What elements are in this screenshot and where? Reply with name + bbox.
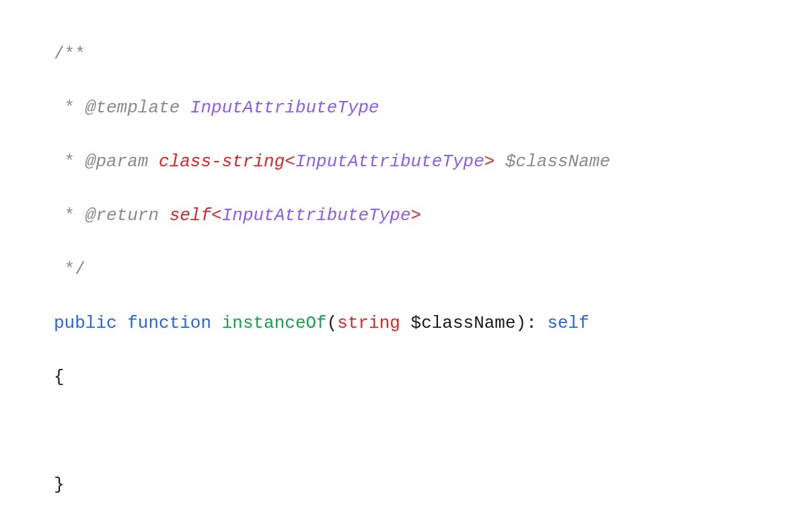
doc-tag-template: @template [85,98,180,118]
paren-close: ) [516,313,527,333]
space [211,313,222,333]
code-line-2: * @template InputAttributeType [54,81,812,135]
param-type: class-string [159,151,285,172]
doc-tag-return: @return [85,205,159,225]
angle-open: < [285,151,295,172]
keyword-public: public [54,313,117,333]
colon: : [526,313,547,333]
angle-open: < [211,205,222,225]
doc-prefix: * [54,98,85,118]
angle-close: > [411,205,422,225]
doc-close: */ [54,259,85,279]
doc-tag-param: @param [85,151,149,172]
code-block: /** * @template InputAttributeType * @pa… [54,27,812,512]
doc-open: /** [54,44,85,64]
param-type-hint: string [337,313,400,333]
doc-prefix: * [54,205,85,225]
return-type-hint: self [547,313,589,333]
space [494,151,505,172]
angle-close: > [484,151,495,172]
return-type: self [170,205,211,225]
code-line-1: /** [54,27,812,81]
code-line-5: */ [54,242,812,296]
param-var: $className [505,151,610,172]
empty-line [54,421,65,441]
code-line-8 [54,404,812,458]
code-line-9: } [54,458,812,512]
generic-type: InputAttributeType [295,151,484,172]
doc-prefix: * [54,151,85,172]
template-type: InputAttributeType [190,98,379,118]
keyword-function: function [127,313,211,333]
brace-close: } [54,475,65,495]
space [180,98,190,118]
code-line-3: * @param class-string<InputAttributeType… [54,135,812,188]
param-name: $className [411,313,516,333]
code-line-4: * @return self<InputAttributeType> [54,188,812,242]
space [159,205,170,225]
code-line-7: { [54,350,812,404]
code-line-6: public function instanceOf(string $class… [54,296,812,350]
space [117,313,128,333]
space [148,151,159,172]
paren-open: ( [327,313,338,333]
generic-type: InputAttributeType [222,205,411,225]
brace-open: { [54,367,65,387]
space [400,313,411,333]
function-name: instanceOf [222,313,327,333]
